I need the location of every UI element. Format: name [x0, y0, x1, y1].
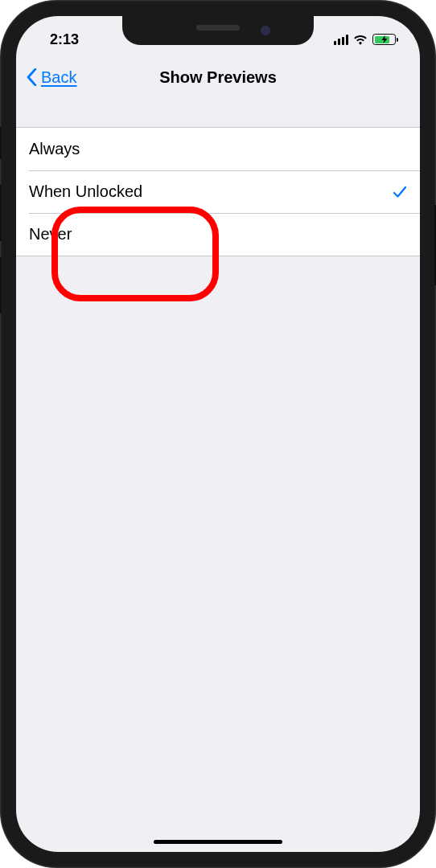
option-always[interactable]: Always [16, 128, 420, 170]
silence-switch [0, 127, 2, 159]
back-label: Back [41, 68, 76, 87]
volume-up-button [0, 185, 2, 241]
checkmark-icon [393, 185, 407, 199]
screen: 2:13 Back [16, 16, 420, 852]
option-never[interactable]: Never [16, 213, 420, 256]
content-area: Always When Unlocked Never [16, 127, 420, 256]
back-button[interactable]: Back [26, 68, 76, 87]
signal-icon [334, 35, 349, 45]
front-camera [261, 26, 270, 35]
status-time: 2:13 [50, 25, 79, 48]
option-label: Always [29, 140, 80, 158]
page-title: Show Previews [159, 68, 277, 87]
options-list: Always When Unlocked Never [16, 127, 420, 256]
navigation-bar: Back Show Previews [16, 56, 420, 98]
home-indicator[interactable] [154, 840, 282, 844]
charging-bolt-icon [381, 35, 387, 43]
option-label: When Unlocked [29, 182, 142, 201]
wifi-icon [353, 35, 368, 45]
notch [122, 16, 314, 45]
option-when-unlocked[interactable]: When Unlocked [16, 170, 420, 213]
volume-down-button [0, 257, 2, 313]
chevron-back-icon [26, 68, 38, 86]
option-label: Never [29, 225, 72, 244]
phone-frame: 2:13 Back [0, 0, 436, 868]
status-icons [334, 27, 397, 45]
battery-icon [372, 34, 396, 45]
speaker-grille [196, 25, 240, 31]
